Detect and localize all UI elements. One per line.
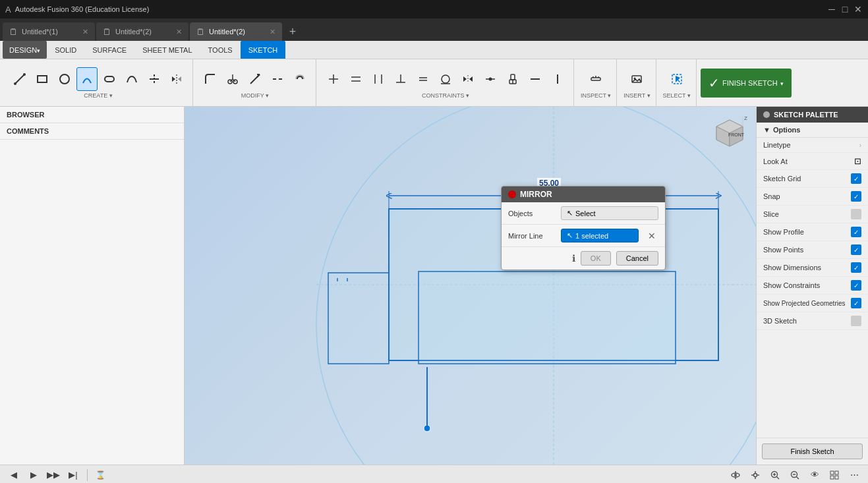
tab-solid[interactable]: SOLID	[47, 41, 84, 59]
vertical-button[interactable]	[547, 67, 568, 91]
palette-slice-row[interactable]: Slice	[757, 206, 868, 223]
measure-button[interactable]	[585, 67, 606, 91]
tangent-button[interactable]	[435, 67, 456, 91]
svg-rect-83	[830, 471, 834, 474]
playback-prev-button[interactable]: ◀	[5, 468, 22, 482]
tab-untitled2[interactable]: 🗒 Untitled*(2) ✕	[96, 22, 188, 41]
pan-button[interactable]	[747, 468, 764, 482]
svg-text:Z: Z	[744, 115, 747, 121]
zoom-button[interactable]	[767, 468, 784, 482]
midpoint-button[interactable]	[480, 67, 501, 91]
polygon-tool-button[interactable]	[99, 67, 120, 91]
tab-sheetmetal[interactable]: SHEET METAL	[134, 41, 200, 59]
showconstraints-toggle[interactable]	[851, 280, 861, 291]
sketchgrid-toggle[interactable]	[851, 173, 861, 184]
orbit-button[interactable]	[727, 468, 744, 482]
tab-sketch[interactable]: SKETCH	[241, 41, 286, 59]
tab-close-2[interactable]: ✕	[176, 28, 182, 36]
playback-last-button[interactable]: ▶|	[65, 468, 82, 482]
palette-showprojected-row[interactable]: Show Projected Geometries	[757, 295, 868, 312]
finish-sketch-button[interactable]: ✓ FINISH SKETCH	[701, 69, 792, 98]
3dsketch-toggle[interactable]	[851, 316, 861, 326]
mirror-clear-button[interactable]: ✕	[645, 229, 658, 242]
palette-title: SKETCH PALETTE	[774, 111, 838, 119]
mirror-cancel-button[interactable]: Cancel	[616, 251, 658, 266]
constraints-tools	[323, 67, 568, 91]
tab-untitled1[interactable]: 🗒 Untitled*(1) ✕	[3, 22, 95, 41]
parallel-button[interactable]	[368, 67, 389, 91]
select-button[interactable]	[666, 67, 687, 91]
comments-section[interactable]: COMMENTS	[0, 123, 184, 140]
tab-untitled3[interactable]: 🗒 Untitled*(2) ✕	[190, 22, 282, 41]
new-tab-button[interactable]: +	[283, 22, 302, 41]
symmetric-button[interactable]	[457, 67, 478, 91]
perp-button[interactable]	[390, 67, 411, 91]
palette-lookat-row[interactable]: Look At ⊡	[757, 153, 868, 170]
minimize-button[interactable]: ─	[827, 5, 836, 14]
palette-showconstraints-row[interactable]: Show Constraints	[757, 277, 868, 295]
display-settings-button[interactable]: ⋯	[846, 468, 863, 482]
palette-showpoints-row[interactable]: Show Points	[757, 241, 868, 259]
collinear-button[interactable]	[345, 67, 366, 91]
bottombar-divider	[87, 469, 88, 481]
tab-tools[interactable]: TOOLS	[200, 41, 241, 59]
palette-showprofile-row[interactable]: Show Profile	[757, 223, 868, 241]
horizontal-button[interactable]	[525, 67, 546, 91]
tab-close-1[interactable]: ✕	[82, 28, 88, 36]
offset-button[interactable]	[289, 67, 310, 91]
finish-sketch-chevron	[780, 79, 784, 87]
mirror-tool-button[interactable]	[166, 67, 187, 91]
tab-label-1: Untitled*(1)	[22, 28, 58, 36]
grid-toggle-button[interactable]	[826, 468, 843, 482]
break-button[interactable]	[267, 67, 288, 91]
finish-sketch-palette-button[interactable]: Finish Sketch	[762, 443, 863, 459]
constraints-group: CONSTRAINTS	[318, 59, 574, 106]
showdimensions-toggle[interactable]	[851, 262, 861, 273]
browser-section[interactable]: BROWSER	[0, 107, 184, 123]
view-cube[interactable]: FRONT Z	[710, 113, 749, 153]
palette-sketchgrid-row[interactable]: Sketch Grid	[757, 170, 868, 188]
svg-rect-3	[38, 76, 47, 82]
titlebar-controls[interactable]: ─ □ ✕	[827, 5, 863, 14]
snap-toggle[interactable]	[851, 191, 861, 202]
showprofile-toggle[interactable]	[851, 227, 861, 237]
palette-showdimensions-row[interactable]: Show Dimensions	[757, 259, 868, 277]
spline-tool-button[interactable]	[121, 67, 142, 91]
mirror-objects-button[interactable]: ↖ Select	[561, 206, 658, 220]
tab-icon-3: 🗒	[196, 27, 205, 37]
palette-snap-row[interactable]: Snap	[757, 188, 868, 206]
look-at-button[interactable]: 👁	[806, 468, 823, 482]
close-button[interactable]: ✕	[854, 5, 863, 14]
insert-image-button[interactable]	[626, 67, 647, 91]
arc-tool-button[interactable]	[76, 67, 98, 91]
showpoints-toggle[interactable]	[851, 244, 861, 255]
fixed-button[interactable]	[502, 67, 523, 91]
palette-3dsketch-row[interactable]: 3D Sketch	[757, 312, 868, 330]
lookat-icon[interactable]: ⊡	[854, 156, 861, 166]
line-tool-button[interactable]	[9, 67, 30, 91]
equal-button[interactable]	[413, 67, 434, 91]
design-tab[interactable]: DESIGN	[3, 41, 47, 59]
scissors-button[interactable]	[222, 67, 243, 91]
showprojected-toggle[interactable]	[851, 298, 861, 308]
cursor-icon: ↖	[567, 209, 573, 217]
mirror-info-icon: ℹ	[572, 253, 575, 264]
playback-nextframe-button[interactable]: ▶▶	[45, 468, 62, 482]
rectangle-tool-button[interactable]	[32, 67, 53, 91]
mirror-ok-button[interactable]: OK	[581, 251, 611, 266]
extend-button[interactable]	[245, 67, 266, 91]
coincident-button[interactable]	[323, 67, 344, 91]
circle-tool-button[interactable]	[54, 67, 75, 91]
svg-line-0	[15, 74, 24, 84]
tab-close-3[interactable]: ✕	[270, 28, 275, 36]
maximize-button[interactable]: □	[840, 5, 850, 14]
zoom-fit-button[interactable]	[786, 468, 803, 482]
trim-tool-button[interactable]	[144, 67, 165, 91]
mirror-line-button[interactable]: ↖ 1 selected	[561, 229, 639, 242]
canvas[interactable]: 55.00 MIRROR Objects ↖ Select Mirror Lin…	[185, 107, 756, 465]
playback-play-button[interactable]: ▶	[25, 468, 42, 482]
mirror-dialog-title: MIRROR	[502, 186, 665, 202]
tab-surface[interactable]: SURFACE	[84, 41, 134, 59]
slice-toggle[interactable]	[851, 209, 861, 219]
fillet-button[interactable]	[200, 67, 221, 91]
